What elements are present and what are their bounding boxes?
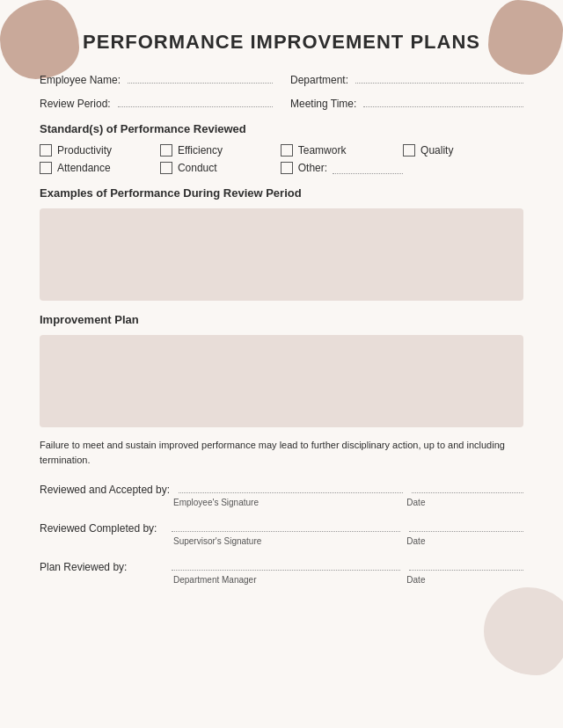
sig-3-date-label: Date: [406, 575, 523, 585]
checkbox-productivity[interactable]: Productivity: [40, 144, 160, 157]
employee-name-input[interactable]: [128, 71, 273, 84]
employee-name-label: Employee Name:: [40, 74, 121, 86]
sig-row-2: Reviewed Completed by:: [40, 520, 523, 535]
sig-1-date-input[interactable]: [412, 481, 523, 493]
other-input[interactable]: [333, 162, 403, 174]
decorative-blob-bottom-right: [484, 587, 563, 675]
checkbox-quality[interactable]: Quality: [403, 144, 523, 157]
checkbox-conduct[interactable]: Conduct: [160, 162, 281, 174]
sig-2-date-label: Date: [406, 536, 523, 546]
checkbox-quality-box[interactable]: [403, 144, 415, 157]
signature-2: Reviewed Completed by: Supervisor's Sign…: [40, 520, 523, 546]
checkbox-other-label: Other:: [298, 162, 327, 174]
sig-3-label: Plan Reviewed by:: [40, 561, 163, 573]
checkbox-productivity-box[interactable]: [40, 144, 52, 157]
checkbox-efficiency-label: Efficiency: [178, 144, 223, 157]
meeting-time-field: Meeting Time:: [290, 95, 523, 110]
sig-1-sublabel: Employee's Signature: [173, 498, 406, 507]
checkbox-conduct-label: Conduct: [178, 162, 217, 174]
checkbox-other-box[interactable]: [281, 162, 293, 174]
examples-textarea[interactable]: [40, 208, 523, 301]
checkbox-teamwork-box[interactable]: [281, 144, 293, 157]
meeting-time-input[interactable]: [363, 95, 523, 107]
sig-1-sublabels: Employee's Signature Date: [40, 498, 523, 507]
checkbox-conduct-box[interactable]: [160, 162, 172, 174]
checkbox-attendance-label: Attendance: [57, 162, 111, 174]
review-period-input[interactable]: [118, 95, 273, 107]
sig-3-sublabels: Department Manager Date: [40, 575, 523, 585]
examples-title: Examples of Performance During Review Pe…: [40, 186, 523, 200]
checkbox-teamwork[interactable]: Teamwork: [281, 144, 403, 157]
employee-name-field: Employee Name:: [40, 71, 273, 86]
sig-2-sublabels: Supervisor's Signature Date: [40, 536, 523, 546]
content-area: PERFORMANCE IMPROVEMENT PLANS Employee N…: [40, 18, 523, 585]
checkbox-quality-label: Quality: [420, 144, 453, 157]
department-field: Department:: [290, 71, 523, 86]
review-period-label: Review Period:: [40, 98, 111, 110]
department-input[interactable]: [355, 71, 523, 84]
review-period-field: Review Period:: [40, 95, 273, 110]
sig-3-date-input[interactable]: [409, 558, 523, 571]
disclaimer-text: Failure to meet and sustain improved per…: [40, 438, 523, 467]
form-row-1: Employee Name: Department:: [40, 71, 523, 86]
form-row-2: Review Period: Meeting Time:: [40, 95, 523, 110]
sig-1-employee-input[interactable]: [179, 481, 403, 493]
sig-3-sublabel: Department Manager: [173, 575, 406, 585]
checkbox-efficiency[interactable]: Efficiency: [160, 144, 281, 157]
checkboxes-grid: Productivity Efficiency Teamwork Quality…: [40, 144, 523, 174]
signature-1: Reviewed and Accepted by: Employee's Sig…: [40, 481, 523, 507]
meeting-time-label: Meeting Time:: [290, 98, 356, 110]
sig-1-label: Reviewed and Accepted by:: [40, 484, 170, 496]
sig-2-label: Reviewed Completed by:: [40, 522, 163, 535]
signature-3: Plan Reviewed by: Department Manager Dat…: [40, 558, 523, 585]
improvement-textarea[interactable]: [40, 335, 523, 427]
checkbox-teamwork-label: Teamwork: [298, 144, 347, 157]
signatures-area: Reviewed and Accepted by: Employee's Sig…: [40, 481, 523, 585]
sig-2-sublabel: Supervisor's Signature: [173, 536, 406, 546]
checkbox-attendance-box[interactable]: [40, 162, 52, 174]
checkbox-other[interactable]: Other:: [281, 162, 403, 174]
sig-2-supervisor-input[interactable]: [172, 520, 400, 532]
department-label: Department:: [290, 74, 348, 86]
checkbox-efficiency-box[interactable]: [160, 144, 172, 157]
sig-row-1: Reviewed and Accepted by:: [40, 481, 523, 496]
improvement-title: Improvement Plan: [40, 313, 523, 326]
checkbox-productivity-label: Productivity: [57, 144, 112, 157]
sig-3-manager-input[interactable]: [172, 558, 400, 571]
sig-row-3: Plan Reviewed by:: [40, 558, 523, 573]
page: PERFORMANCE IMPROVEMENT PLANS Employee N…: [0, 0, 563, 728]
checkbox-attendance[interactable]: Attendance: [40, 162, 160, 174]
page-title: PERFORMANCE IMPROVEMENT PLANS: [40, 18, 523, 54]
sig-1-date-label: Date: [406, 498, 523, 507]
sig-2-date-input[interactable]: [409, 520, 523, 532]
standards-title: Standard(s) of Performance Reviewed: [40, 122, 523, 135]
